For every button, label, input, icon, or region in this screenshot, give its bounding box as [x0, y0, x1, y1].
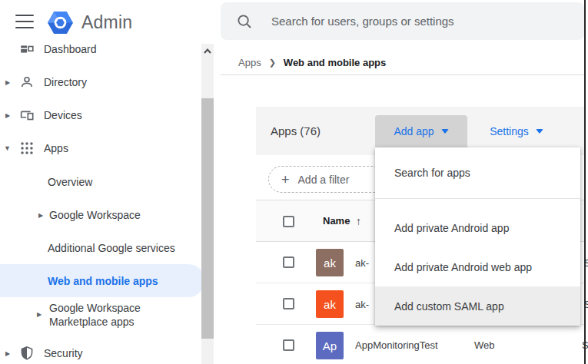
chevron-down-icon[interactable]: ▼: [4, 144, 11, 152]
window-edge: [584, 0, 586, 364]
app-title: Admin: [81, 12, 132, 33]
sidebar-item-label: Additional Google services: [48, 242, 175, 254]
sidebar-item-label: Web and mobile apps: [48, 275, 158, 287]
breadcrumb-apps-link[interactable]: Apps: [238, 57, 261, 68]
devices-icon: [18, 107, 35, 124]
add-app-button-label: Add app: [394, 125, 434, 137]
app-avatar: ak: [316, 249, 344, 276]
shield-icon: [18, 345, 35, 362]
sidebar-item-label: Security: [44, 347, 83, 359]
search-icon: [237, 14, 252, 29]
add-app-button[interactable]: Add app: [375, 115, 467, 147]
chevron-right-icon[interactable]: ▶: [37, 308, 42, 322]
add-app-menu: Search for apps Add private Android app …: [375, 147, 580, 326]
chevron-right-icon[interactable]: ▶: [5, 112, 10, 119]
menu-item-add-custom-saml-app[interactable]: Add custom SAML app: [375, 286, 580, 326]
header-divider: [221, 74, 585, 75]
scrollbar-up-arrow-icon[interactable]: [202, 46, 213, 57]
sidebar-item-label: Directory: [44, 76, 87, 88]
admin-hexagon-icon: [46, 8, 75, 37]
name-column-header[interactable]: Name: [323, 215, 350, 227]
chevron-right-icon[interactable]: ▶: [5, 350, 10, 357]
breadcrumb-current-page: Web and mobile apps: [284, 57, 386, 68]
sidebar-scrollbar-thumb[interactable]: [201, 98, 214, 339]
hamburger-menu-icon[interactable]: [15, 15, 34, 29]
top-app-bar: Admin Search for users, groups or settin…: [0, 0, 588, 44]
row-checkbox[interactable]: [283, 298, 294, 309]
admin-logo: Admin: [46, 8, 132, 37]
app-platform: Web: [474, 339, 495, 350]
search-placeholder: Search for users, groups or settings: [271, 15, 454, 28]
menu-item-search-for-apps[interactable]: Search for apps: [375, 147, 580, 198]
settings-button-label: Settings: [490, 125, 529, 137]
caret-down-icon: [536, 129, 543, 134]
sidebar-item-marketplace-apps[interactable]: ▶ Google Workspace Marketplace apps: [0, 301, 137, 329]
sidebar-item-label: Apps: [44, 142, 68, 154]
add-filter-button[interactable]: + Add a filter: [268, 166, 387, 193]
table-row[interactable]: Ap AppMonitoringTest Web SA: [256, 325, 585, 364]
app-avatar: ak: [316, 290, 344, 318]
sidebar-item-label: Overview: [48, 176, 92, 188]
apps-grid-icon: [18, 140, 35, 157]
sidebar-item-label: Google Workspace: [49, 209, 141, 221]
app-name: AppMonitoringTest: [355, 339, 438, 350]
chevron-right-icon[interactable]: ▶: [38, 212, 43, 219]
app-avatar: Ap: [316, 332, 344, 359]
sidebar-item-label: Dashboard: [44, 43, 97, 55]
search-input[interactable]: Search for users, groups or settings: [221, 2, 584, 40]
page-title: Apps (76): [271, 124, 321, 137]
add-filter-label: Add a filter: [298, 174, 350, 186]
chevron-right-icon[interactable]: ▶: [5, 79, 10, 86]
menu-spacer: [375, 199, 580, 208]
sidebar-item-label: Devices: [44, 109, 82, 121]
menu-item-add-private-android-web-app[interactable]: Add private Android web app: [375, 247, 580, 286]
row-checkbox[interactable]: [283, 256, 294, 268]
plus-icon: +: [281, 173, 290, 187]
person-icon: [18, 74, 35, 91]
settings-button[interactable]: Settings: [477, 115, 556, 147]
sort-ascending-icon[interactable]: ↑: [356, 215, 361, 227]
row-checkbox[interactable]: [283, 339, 294, 351]
app-name: ak-: [355, 298, 369, 309]
breadcrumb-separator-icon: ❯: [269, 58, 276, 68]
caret-down-icon: [441, 129, 449, 134]
breadcrumb: Apps ❯ Web and mobile apps: [238, 55, 386, 69]
menu-item-add-private-android-app[interactable]: Add private Android app: [375, 208, 580, 247]
sidebar-item-label: Google Workspace Marketplace apps: [49, 301, 186, 329]
select-all-checkbox[interactable]: [283, 216, 294, 227]
app-name: ak-: [355, 256, 369, 268]
